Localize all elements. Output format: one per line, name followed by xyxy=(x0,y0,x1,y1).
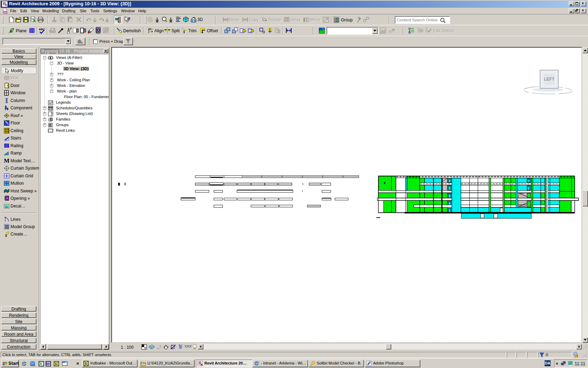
svg-text:A: A xyxy=(201,363,203,366)
svg-text:LEFT: LEFT xyxy=(544,77,555,82)
svg-text:W: W xyxy=(46,362,50,366)
svg-text:X: X xyxy=(40,362,42,366)
svg-text:?: ? xyxy=(127,16,131,22)
svg-text:RVT: RVT xyxy=(4,11,8,13)
